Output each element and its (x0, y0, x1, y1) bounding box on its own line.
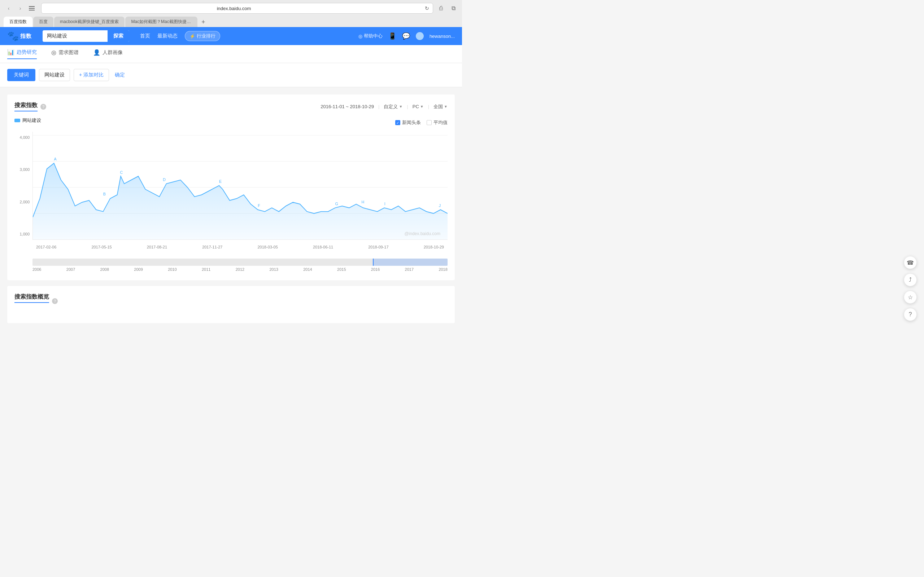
header-search-button[interactable]: 探索 (108, 30, 129, 42)
svg-text:D: D (163, 177, 166, 182)
sub-nav-portrait[interactable]: 👤 人群画像 (93, 49, 123, 59)
custom-select[interactable]: 自定义 ▼ (384, 103, 402, 110)
svg-text:B: B (103, 192, 106, 196)
browser-toolbar: ‹ › ↻ ⎙ ⧉ (3, 3, 459, 14)
user-avatar (416, 32, 424, 40)
svg-rect-0 (29, 6, 35, 7)
tab-mac-screenshot[interactable]: Mac如何截图？Mac截图快捷键_笔记本电脑_百度... (125, 16, 197, 27)
address-bar-wrap: ↻ (41, 3, 433, 14)
x-label-5: 2018-06-11 (313, 245, 333, 249)
sub-nav: 📊 趋势研究 ◎ 需求图谱 👤 人群画像 (0, 45, 462, 63)
address-bar-input[interactable] (45, 6, 423, 11)
svg-text:C: C (120, 170, 123, 174)
nav-industry-rank[interactable]: ⚡ 行业排行 (185, 31, 220, 41)
tab-baidu[interactable]: 百度 (33, 16, 53, 27)
y-label-4000: 4,000 (15, 135, 32, 140)
keyword-bar: 关键词 网站建设 + 添加对比 确定 (0, 63, 462, 87)
svg-text:A: A (54, 157, 57, 161)
y-label-3000: 3,000 (15, 167, 32, 172)
card-controls: 2016-11-01 ~ 2018-10-29 | 自定义 ▼ | PC ▼ |… (320, 103, 447, 110)
header-right: ◎ 帮助中心 📱 💬 hewanson... (359, 32, 455, 40)
sub-nav-portrait-label: 人群画像 (102, 49, 123, 56)
sub-nav-demand[interactable]: ◎ 需求图谱 (51, 49, 79, 59)
svg-text:H: H (361, 200, 364, 204)
mini-label-2017: 2017 (405, 267, 414, 272)
tab-macbook[interactable]: macbook截屏快捷键_百度搜索 (54, 16, 124, 27)
search-index-help-icon[interactable]: ? (40, 104, 46, 110)
logo-wrap: 🐾 指数 (7, 31, 32, 42)
nav-home[interactable]: 首页 (140, 33, 150, 39)
sub-nav-trend[interactable]: 📊 趋势研究 (7, 49, 37, 59)
confirm-button[interactable]: 确定 (113, 72, 127, 78)
back-button[interactable]: ‹ (3, 3, 14, 13)
header-search-input[interactable] (43, 33, 108, 39)
help-center-link[interactable]: ◎ 帮助中心 (359, 33, 383, 39)
chart-legend: 网站建设 (15, 117, 41, 124)
mobile-icon[interactable]: 📱 (388, 32, 396, 40)
help-label: 帮助中心 (364, 33, 383, 39)
region-arrow-icon: ▼ (444, 105, 447, 108)
nav-latest[interactable]: 最新动态 (157, 33, 178, 39)
y-label-2000: 2,000 (15, 200, 32, 204)
mini-label-2018: 2018 (439, 267, 447, 272)
timeline-selection (373, 259, 447, 266)
keyword-chip[interactable]: 网站建设 (39, 69, 70, 81)
y-axis: 4,000 3,000 2,000 1,000 (15, 132, 32, 240)
overview-card: 搜索指数概览 ? (7, 286, 455, 323)
browser-chrome: ‹ › ↻ ⎙ ⧉ 百度指数 百度 macbook截屏快捷键_百度搜索 Mac如… (0, 0, 462, 27)
reload-button[interactable]: ↻ (425, 5, 429, 11)
mini-label-2014: 2014 (303, 267, 312, 272)
new-window-button[interactable]: ⧉ (448, 3, 459, 13)
nav-buttons: ‹ › (3, 3, 38, 13)
chart-svg-area: A B C D E F G H I J (32, 132, 447, 240)
header-nav: 首页 最新动态 ⚡ 行业排行 (140, 31, 220, 41)
mini-label-2009: 2009 (134, 267, 142, 272)
tab-baidu-index[interactable]: 百度指数 (3, 16, 32, 27)
y-label-1000: 1,000 (15, 232, 32, 236)
username-label: hewanson... (430, 34, 455, 39)
region-select[interactable]: 全国 ▼ (433, 103, 447, 110)
avg-value-label: 平均值 (433, 119, 447, 126)
pc-select[interactable]: PC ▼ (412, 104, 424, 109)
mini-timeline[interactable] (32, 259, 447, 266)
news-headline-checkbox[interactable]: ✓ 新闻头条 (395, 119, 421, 126)
avg-value-checkbox[interactable]: 平均值 (426, 119, 447, 126)
new-tab-button[interactable]: + (198, 17, 208, 27)
x-label-6: 2018-09-17 (368, 245, 388, 249)
mini-label-2015: 2015 (337, 267, 346, 272)
mini-label-2012: 2012 (236, 267, 244, 272)
logo-icon: 🐾 (7, 31, 19, 42)
help-circle-icon: ◎ (359, 34, 362, 39)
share-button[interactable]: ⎙ (436, 3, 446, 13)
svg-text:J: J (439, 203, 441, 208)
legend-color-block (15, 119, 20, 122)
main-content: 搜索指数 ? 2016-11-01 ~ 2018-10-29 | 自定义 ▼ |… (0, 87, 462, 336)
x-label-1: 2017-05-15 (91, 245, 111, 249)
overview-help-icon[interactable]: ? (52, 298, 58, 304)
sidebar-toggle-button[interactable] (27, 3, 37, 13)
news-checkbox-icon: ✓ (395, 120, 400, 125)
sub-nav-trend-label: 趋势研究 (16, 49, 37, 56)
x-axis-labels: 2017-02-06 2017-05-15 2017-08-21 2017-11… (32, 240, 447, 254)
avg-checkbox-icon (426, 120, 432, 125)
forward-button[interactable]: › (15, 3, 25, 13)
svg-rect-1 (29, 8, 35, 9)
mini-label-2016: 2016 (371, 267, 380, 272)
mini-label-2010: 2010 (168, 267, 176, 272)
sub-nav-demand-label: 需求图谱 (58, 49, 79, 56)
mini-label-2011: 2011 (202, 267, 210, 272)
legend-label: 网站建设 (23, 117, 41, 124)
industry-icon: ⚡ (189, 34, 195, 39)
keyword-button[interactable]: 关键词 (7, 69, 36, 81)
add-compare-button[interactable]: + 添加对比 (74, 69, 109, 81)
svg-rect-2 (29, 10, 35, 10)
card-header: 搜索指数 ? 2016-11-01 ~ 2018-10-29 | 自定义 ▼ |… (15, 102, 447, 111)
industry-label: 行业排行 (197, 33, 215, 39)
wechat-icon[interactable]: 💬 (402, 32, 410, 40)
trend-icon: 📊 (7, 49, 15, 56)
overview-title: 搜索指数概览 (15, 293, 49, 303)
svg-text:E: E (219, 179, 221, 184)
main-chart: 4,000 3,000 2,000 1,000 (15, 132, 447, 254)
site-logo: 🐾 指数 (7, 31, 32, 42)
portrait-icon: 👤 (93, 49, 100, 56)
